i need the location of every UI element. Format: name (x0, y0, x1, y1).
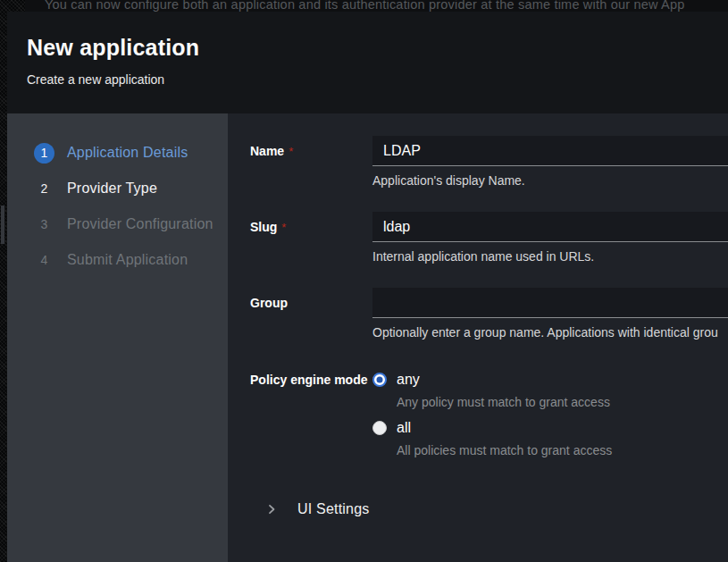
modal-subtitle: Create a new application (27, 72, 728, 87)
slug-input[interactable] (372, 212, 728, 242)
name-field-label: Name* (250, 144, 293, 158)
new-application-modal: New application Create a new application… (7, 12, 728, 562)
wizard-step-application-details[interactable]: 1 Application Details (7, 135, 228, 171)
name-field-row: Name* Application's display Name. (228, 136, 728, 188)
required-asterisk: * (281, 221, 286, 234)
policy-engine-mode-label: Policy engine mode* (250, 373, 377, 387)
policy-mode-all-help: All policies must match to grant access (397, 443, 612, 457)
policy-mode-all-label[interactable]: all (397, 420, 411, 436)
modal-title: New application (27, 35, 728, 61)
wizard-step-provider-type[interactable]: 2 Provider Type (7, 171, 228, 206)
slug-field-row: Slug* Internal application name used in … (228, 212, 728, 264)
modal-body: 1 Application Details 2 Provider Type 3 … (7, 113, 728, 562)
modal-header: New application Create a new application (7, 12, 728, 113)
policy-engine-mode-row: Policy engine mode* any Any policy must … (228, 372, 728, 470)
wizard-step-provider-configuration: 3 Provider Configuration (7, 206, 228, 242)
step-number: 3 (34, 214, 54, 235)
radio-checked-icon[interactable] (372, 373, 387, 387)
step-number: 4 (34, 250, 54, 271)
page-edge-detail (1, 206, 4, 244)
step-number-badge: 1 (34, 143, 54, 164)
group-field-row: Group Optionally enter a group name. App… (228, 288, 728, 340)
step-label: Provider Type (67, 180, 157, 197)
ui-settings-label: UI Settings (297, 501, 369, 517)
group-help-text: Optionally enter a group name. Applicati… (372, 325, 728, 340)
application-details-form: Name* Application's display Name. Slug* … (228, 113, 728, 562)
policy-mode-any-help: Any policy must match to grant access (397, 395, 610, 409)
wizard-step-nav: 1 Application Details 2 Provider Type 3 … (7, 113, 228, 562)
banner-text: You can now configure both an applicatio… (45, 0, 685, 12)
chevron-right-icon (266, 504, 277, 515)
group-input[interactable] (372, 288, 728, 318)
required-asterisk: * (289, 145, 293, 158)
policy-mode-any-label[interactable]: any (397, 372, 420, 388)
wizard-step-submit-application: 4 Submit Application (7, 242, 228, 278)
radio-unchecked-icon[interactable] (372, 421, 387, 435)
name-input[interactable] (372, 136, 728, 166)
group-field-label: Group (250, 296, 288, 310)
slug-field-label: Slug* (250, 220, 286, 234)
ui-settings-expander[interactable]: UI Settings (228, 498, 728, 521)
step-label: Provider Configuration (67, 216, 213, 232)
policy-mode-all-option[interactable]: all (372, 420, 411, 436)
notification-banner: You can now configure both an applicatio… (25, 0, 728, 13)
slug-help-text: Internal application name used in URLs. (372, 249, 728, 264)
policy-mode-any-option[interactable]: any (372, 372, 420, 388)
step-label: Application Details (67, 145, 188, 161)
step-number: 2 (34, 179, 54, 199)
name-help-text: Application's display Name. (372, 173, 728, 188)
step-label: Submit Application (67, 252, 188, 268)
